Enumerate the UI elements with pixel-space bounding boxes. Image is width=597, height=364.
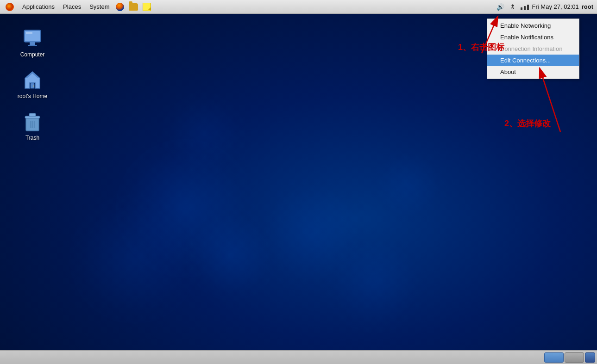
trash-icon-img [21,111,44,133]
enable-networking-item[interactable]: ✓ Enable Networking [487,20,579,31]
firefox-icon[interactable] [114,2,126,12]
app-logo [2,2,18,12]
svg-point-12 [33,86,34,86]
enable-notifications-checkbox [490,34,497,41]
taskbar-left: Applications Places System [0,2,153,12]
edit-connections-item[interactable]: Edit Connections... [487,55,579,66]
trash-desktop-icon[interactable]: Trash [14,109,51,143]
computer-icon-img [21,27,44,49]
computer-label: Computer [20,51,45,58]
desktop: Applications Places System [0,0,597,364]
svg-rect-18 [34,121,35,128]
bluetooth-tray-icon[interactable] [508,2,517,12]
username: root [582,3,593,10]
about-item[interactable]: About [487,66,579,78]
home-icon-img [21,69,44,91]
network-tray-icon[interactable] [520,2,529,12]
svg-rect-1 [524,6,526,10]
svg-rect-15 [29,113,36,117]
applications-menu-button[interactable]: Applications [19,2,58,11]
bottom-btn-1[interactable] [544,352,564,363]
connection-information-item: Connection Information [487,43,579,55]
clock: Fri May 27, 02:01 [532,3,579,10]
svg-rect-0 [521,7,522,10]
note-icon[interactable] [141,2,153,12]
places-menu-button[interactable]: Places [59,2,85,11]
files-icon[interactable] [127,2,140,12]
system-menu-button[interactable]: System [86,2,113,11]
volume-tray-icon[interactable]: 🔊 [496,2,505,12]
svg-rect-2 [527,5,529,10]
trash-label: Trash [25,135,39,141]
taskbar: Applications Places System [0,0,597,14]
annotation-2: 2、选择修改 [504,118,551,129]
svg-rect-7 [26,32,32,34]
svg-rect-5 [30,42,35,45]
svg-rect-17 [32,121,33,128]
context-menu: ✓ Enable Networking Enable Notifications… [487,19,579,79]
home-label: root's Home [18,93,47,99]
home-desktop-icon[interactable]: root's Home [14,67,51,101]
bottom-taskbar [0,350,597,364]
enable-notifications-item[interactable]: Enable Notifications [487,31,579,43]
enable-networking-checkbox: ✓ [490,22,497,30]
bottom-btn-3[interactable] [585,352,595,363]
computer-desktop-icon[interactable]: Computer [14,25,51,60]
svg-rect-16 [30,121,31,128]
taskbar-right: 🔊 Fri May 27, 02:01 root [496,2,597,12]
bottom-btn-2[interactable] [565,352,584,363]
svg-rect-6 [28,45,37,46]
